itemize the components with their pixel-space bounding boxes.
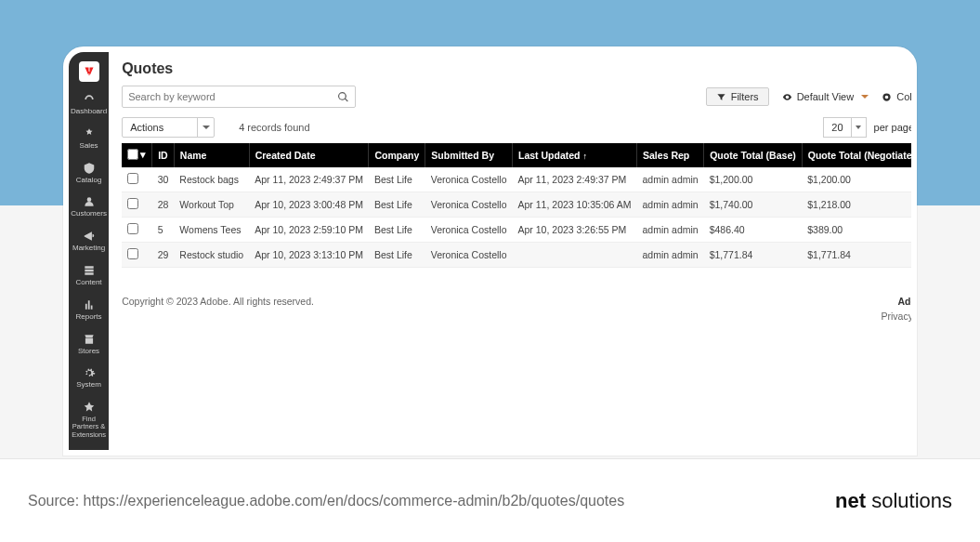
columns-button[interactable]: Columns [882,91,917,102]
sort-asc-icon: ↑ [583,152,588,161]
cell-name: Restock studio [174,243,249,268]
cell-last-updated [513,243,637,268]
cell-created: Apr 10, 2023 3:13:10 PM [249,243,369,268]
row-checkbox[interactable] [127,223,138,234]
cell-name: Workout Top [174,192,249,218]
cell-base: $1,771.84 [704,243,803,268]
cell-id: 28 [152,192,175,218]
per-page-select[interactable]: 20 [823,117,866,138]
adobe-logo [79,61,99,82]
cell-id: 30 [152,167,175,192]
row-checkbox[interactable] [127,173,138,184]
sidebar-item-reports[interactable]: Reports [69,293,109,327]
main-content: Quotes 3 Filters D [109,52,917,450]
sidebar-item-marketing[interactable]: Marketing [69,224,109,258]
chevron-down-icon [861,95,869,99]
cell-base: $1,740.00 [704,192,803,218]
cell-last-updated: Apr 11, 2023 10:35:06 AM [513,192,637,218]
cell-last-updated: Apr 10, 2023 3:26:55 PM [513,218,637,243]
cell-company: Best Life [369,192,425,218]
cell-sales-rep: admin admin [637,192,704,218]
product-version: Adobe Commerce ver. 2.4.5 [881,296,917,307]
table-row: 29Restock studioApr 10, 2023 3:13:10 PMB… [122,243,917,268]
cell-base: $486.40 [704,218,803,243]
table-row: 28Workout TopApr 10, 2023 3:00:48 PMBest… [122,192,917,218]
cell-company: Best Life [369,218,425,243]
sidebar-item-content[interactable]: Content [69,258,109,293]
per-page-label: per page [874,122,914,133]
filters-button[interactable]: Filters [706,87,769,106]
quotes-table: ▾ ID Name Created Date Company Submitted… [122,143,917,268]
cell-submitted-by: Veronica Costello [425,243,513,268]
sidebar-item-customers[interactable]: Customers [69,190,109,224]
table-row: 5Womens TeesApr 10, 2023 2:59:10 PMBest … [122,218,917,243]
cell-submitted-by: Veronica Costello [425,218,513,243]
col-sales-rep[interactable]: Sales Rep [637,143,704,167]
sidebar-item-stores[interactable]: Stores [69,327,109,362]
default-view-button[interactable]: Default View [782,91,869,102]
cell-sales-rep: admin admin [637,218,704,243]
row-checkbox[interactable] [127,248,138,259]
col-select[interactable]: ▾ [122,143,152,167]
cell-sales-rep: admin admin [637,243,704,268]
admin-sidebar: Dashboard Sales Catalog Customers Market… [69,52,109,450]
col-name[interactable]: Name [174,143,249,167]
cell-neg: $1,771.84 [802,243,917,268]
cell-created: Apr 10, 2023 2:59:10 PM [249,218,369,243]
privacy-link[interactable]: Privacy Policy [881,311,917,322]
cell-last-updated: Apr 11, 2023 2:49:37 PM [513,167,637,192]
cell-created: Apr 11, 2023 2:49:37 PM [249,167,369,192]
cell-base: $1,200.00 [704,167,803,192]
row-checkbox[interactable] [127,198,138,209]
cell-id: 29 [152,243,175,268]
records-found: 4 records found [239,122,309,133]
source-attribution: Source: https://experienceleague.adobe.c… [28,493,624,509]
col-created[interactable]: Created Date [249,143,369,167]
cell-submitted-by: Veronica Costello [425,167,513,192]
col-company[interactable]: Company [369,143,425,167]
netsolutions-logo: net solutions [835,489,952,513]
page-title: Quotes [122,60,173,77]
col-id[interactable]: ID [152,143,175,167]
search-icon[interactable] [337,91,349,103]
sidebar-item-system[interactable]: System [69,361,109,395]
col-neg[interactable]: Quote Total (Negotiated) [802,143,917,167]
cell-id: 5 [152,218,175,243]
sidebar-item-sales[interactable]: Sales [69,122,109,156]
cell-company: Best Life [369,167,425,192]
cell-name: Restock bags [174,167,249,192]
search-input[interactable] [128,91,337,102]
cell-submitted-by: Veronica Costello [425,192,513,218]
table-row: 30Restock bagsApr 11, 2023 2:49:37 PMBes… [122,167,917,192]
cell-name: Womens Tees [174,218,249,243]
col-submitted-by[interactable]: Submitted By [425,143,513,167]
cell-neg: $389.00 [802,218,917,243]
cell-sales-rep: admin admin [637,167,704,192]
keyword-search[interactable] [122,86,356,108]
cell-neg: $1,218.00 [802,192,917,218]
cell-created: Apr 10, 2023 3:00:48 PM [249,192,369,218]
col-base[interactable]: Quote Total (Base) [704,143,803,167]
actions-dropdown[interactable]: Actions [122,117,215,138]
sidebar-item-partners[interactable]: Find Partners & Extensions [69,395,109,444]
cell-company: Best Life [369,243,425,268]
sidebar-item-dashboard[interactable]: Dashboard [69,87,109,122]
sidebar-item-catalog[interactable]: Catalog [69,156,109,191]
cell-neg: $1,200.00 [802,167,917,192]
copyright: Copyright © 2023 Adobe. All rights reser… [122,296,314,322]
col-last-updated[interactable]: Last Updated↑ [513,143,637,167]
